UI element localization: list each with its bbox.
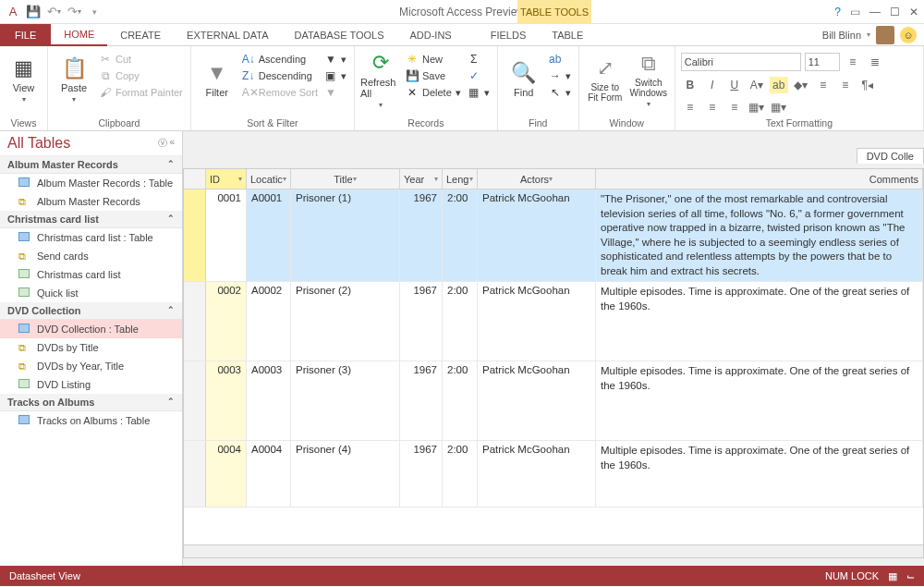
tab-fields[interactable]: FIELDS xyxy=(478,24,540,46)
cell-actors[interactable]: Patrick McGoohan xyxy=(478,441,596,507)
nav-group-header[interactable]: Tracks on Albums⌃ xyxy=(0,394,182,411)
feedback-icon[interactable]: ☺ xyxy=(900,27,917,43)
cell-year[interactable]: 1967 xyxy=(400,441,443,507)
highlight-button[interactable]: ab xyxy=(770,77,788,93)
col-actors[interactable]: Actors▾ xyxy=(478,169,596,189)
bullets-icon[interactable]: ≡ xyxy=(844,54,862,70)
tab-external-data[interactable]: EXTERNAL DATA xyxy=(174,24,281,46)
nav-item[interactable]: ⧉Send cards xyxy=(0,247,182,265)
maximize-icon[interactable]: ☐ xyxy=(890,6,900,18)
tab-table[interactable]: TABLE xyxy=(539,24,596,46)
cell-title[interactable]: Prisoner (2) xyxy=(291,282,400,361)
cell-length[interactable]: 2:00 xyxy=(443,190,478,281)
nav-item[interactable]: ⧉DVDs by Title xyxy=(0,338,182,357)
horizontal-scrollbar[interactable] xyxy=(184,544,923,557)
numbering-icon[interactable]: ≣ xyxy=(866,54,884,70)
decrease-indent-button[interactable]: ≡ xyxy=(814,77,833,93)
save-icon[interactable]: 💾 xyxy=(24,3,43,21)
ascending-button[interactable]: A↓Ascending xyxy=(240,52,320,67)
paste-button[interactable]: 📋Paste xyxy=(54,49,94,110)
cell-actors[interactable]: Patrick McGoohan xyxy=(478,361,596,440)
copy-button[interactable]: ⧉Copy xyxy=(97,68,185,83)
cell-location[interactable]: A0002 xyxy=(247,282,291,361)
qat-customize-icon[interactable]: ▾ xyxy=(85,3,103,21)
col-comments[interactable]: Comments xyxy=(596,169,923,189)
fill-color-button[interactable]: ◆▾ xyxy=(792,77,810,93)
selection-filter-button[interactable]: ▼▾ xyxy=(322,52,348,67)
more-records-button[interactable]: ▦▾ xyxy=(466,85,492,100)
replace-button[interactable]: ab xyxy=(547,52,573,67)
nav-item[interactable]: DVD Collection : Table xyxy=(0,320,182,338)
gridlines-button[interactable]: ▦▾ xyxy=(748,99,766,116)
nav-item[interactable]: Album Master Records : Table xyxy=(0,174,182,192)
cell-location[interactable]: A0004 xyxy=(247,441,291,507)
tab-file[interactable]: FILE xyxy=(0,24,51,46)
totals-button[interactable]: Σ xyxy=(466,52,492,67)
save-record-button[interactable]: 💾Save xyxy=(404,68,463,83)
goto-button[interactable]: →▾ xyxy=(547,68,573,83)
cell-location[interactable]: A0001 xyxy=(247,190,291,281)
row-selector[interactable] xyxy=(184,190,206,281)
cell-location[interactable]: A0003 xyxy=(247,361,291,440)
access-app-icon[interactable]: A xyxy=(4,3,22,21)
refresh-all-button[interactable]: ⟳Refresh All xyxy=(360,49,401,110)
cell-title[interactable]: Prisoner (3) xyxy=(291,361,400,440)
undo-icon[interactable]: ↶▾ xyxy=(44,3,63,21)
spelling-button[interactable]: ✓ xyxy=(466,68,492,83)
table-row[interactable]: 0001A0001Prisoner (1)19672:00Patrick McG… xyxy=(184,190,923,282)
cell-comments[interactable]: Multiple episodes. Time is approximate. … xyxy=(596,361,923,440)
view-datasheet-icon[interactable]: ▦ xyxy=(888,570,897,582)
cell-length[interactable]: 2:00 xyxy=(443,441,478,507)
cell-length[interactable]: 2:00 xyxy=(443,282,478,361)
advanced-filter-button[interactable]: ▣▾ xyxy=(322,68,348,83)
nav-group-header[interactable]: DVD Collection⌃ xyxy=(0,302,182,320)
nav-group-header[interactable]: Album Master Records⌃ xyxy=(0,156,182,174)
new-record-button[interactable]: ✳New xyxy=(404,52,463,67)
cell-year[interactable]: 1967 xyxy=(400,190,443,281)
filter-button[interactable]: ▼Filter xyxy=(197,49,237,110)
align-right-button[interactable]: ≡ xyxy=(725,99,744,116)
nav-item[interactable]: DVD Listing xyxy=(0,375,182,394)
nav-item[interactable]: Quick list xyxy=(0,284,182,302)
select-all-cell[interactable] xyxy=(184,169,206,189)
align-left-button[interactable]: ≡ xyxy=(681,99,699,116)
row-selector[interactable] xyxy=(184,361,206,440)
ribbon-options-icon[interactable]: ▭ xyxy=(850,6,860,18)
cell-actors[interactable]: Patrick McGoohan xyxy=(478,282,596,361)
user-name[interactable]: Bill Blinn xyxy=(822,30,861,41)
find-button[interactable]: 🔍Find xyxy=(504,49,544,110)
font-name-select[interactable] xyxy=(681,53,801,71)
cell-id[interactable]: 0003 xyxy=(206,361,247,440)
delete-record-button[interactable]: ✕Delete ▾ xyxy=(404,85,463,100)
cell-id[interactable]: 0001 xyxy=(206,190,247,281)
nav-item[interactable]: ⧉DVDs by Year, Title xyxy=(0,357,182,375)
table-row[interactable]: 0002A0002Prisoner (2)19672:00Patrick McG… xyxy=(184,282,923,361)
redo-icon[interactable]: ↷▾ xyxy=(65,3,83,21)
font-size-select[interactable] xyxy=(805,53,840,71)
cell-year[interactable]: 1967 xyxy=(400,282,443,361)
select-button[interactable]: ↖▾ xyxy=(547,85,573,100)
document-tab[interactable]: DVD Colle xyxy=(857,148,924,164)
view-button[interactable]: ▦View xyxy=(6,49,42,110)
nav-group-header[interactable]: Christmas card list⌃ xyxy=(0,211,182,228)
cell-actors[interactable]: Patrick McGoohan xyxy=(478,190,596,281)
cell-comments[interactable]: Multiple episodes. Time is approximate. … xyxy=(596,282,923,361)
minimize-icon[interactable]: — xyxy=(869,6,881,18)
cell-comments[interactable]: Multiple episodes. Time is approximate. … xyxy=(596,441,923,507)
view-design-icon[interactable]: ⌙ xyxy=(906,570,915,582)
cell-comments[interactable]: "The Prisoner," one of the most remarkab… xyxy=(596,190,923,281)
cell-id[interactable]: 0002 xyxy=(206,282,247,361)
nav-header[interactable]: All Tables ⓥ « xyxy=(0,131,182,156)
cut-button[interactable]: ✂Cut xyxy=(97,52,185,67)
row-selector[interactable] xyxy=(184,282,206,361)
cell-title[interactable]: Prisoner (1) xyxy=(291,190,400,281)
col-location[interactable]: Locatic▾ xyxy=(247,169,291,189)
nav-item[interactable]: ⧉Album Master Records xyxy=(0,192,182,211)
bold-button[interactable]: B xyxy=(681,77,699,93)
underline-button[interactable]: U xyxy=(725,77,744,93)
nav-item[interactable]: Christmas card list xyxy=(0,265,182,284)
tab-create[interactable]: CREATE xyxy=(107,24,174,46)
table-row[interactable]: 0003A0003Prisoner (3)19672:00Patrick McG… xyxy=(184,361,923,441)
ltr-icon[interactable]: ¶◂ xyxy=(858,77,877,93)
italic-button[interactable]: I xyxy=(703,77,722,93)
